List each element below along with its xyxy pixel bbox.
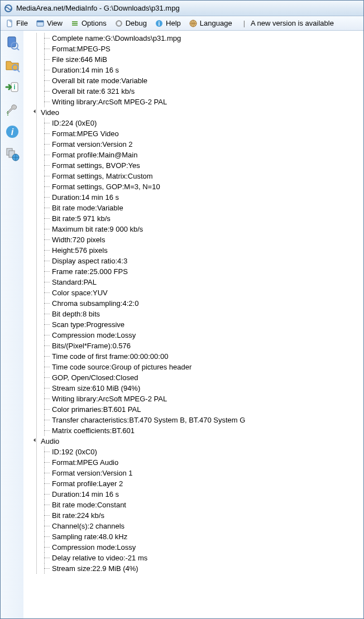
property-label: Bit rate [52,510,77,521]
tree-leaf[interactable]: StandardPAL [24,277,363,287]
svg-line-15 [17,70,20,72]
tree-leaf[interactable]: Writing libraryArcSoft MPEG-2 PAL [24,394,363,404]
menu-file[interactable]: File [3,18,32,29]
tree-leaf[interactable]: Bit rate modeConstant [24,500,363,510]
tree-leaf[interactable]: Duration14 min 16 s [24,65,363,75]
property-value: Closed [116,372,138,383]
options-icon [70,19,79,28]
export-button[interactable]: i [3,78,22,97]
tree-leaf[interactable]: Delay relative to video-21 ms [24,553,363,563]
tree-leaf[interactable]: Format versionVersion 1 [24,468,363,478]
property-value: Group of pictures header [111,362,191,372]
window-title: MediaArea.net/MediaInfo - G:\Downloads\p… [16,4,180,12]
tree-leaf[interactable]: Time code sourceGroup of pictures header [24,362,363,372]
expand-icon [33,438,37,442]
tree-leaf[interactable]: ID224 (0xE0) [24,118,363,128]
tree-leaf[interactable]: FormatMPEG Audio [24,457,363,468]
tree-leaf[interactable]: Format settings, BVOPYes [24,160,363,171]
menu-help[interactable]: i Help [152,18,185,29]
open-folder-button[interactable] [3,55,22,74]
tree-leaf[interactable]: Time code of first frame00:00:00:00 [24,351,363,362]
tree-leaf[interactable]: GOP, Open/ClosedClosed [24,372,363,383]
tree-leaf[interactable]: Channel(s)2 channels [24,521,363,531]
property-value: MPEG-PS [77,44,111,54]
svg-rect-6 [72,25,78,26]
tree-leaf[interactable]: Matrix coefficientsBT.601 [24,425,363,436]
tree-leaf[interactable]: Format versionVersion 2 [24,139,363,150]
property-label: Format settings, GOP [52,181,124,192]
property-label: Stream size [52,383,92,394]
tree-leaf[interactable]: Display aspect ratio4:3 [24,256,363,266]
tree-leaf[interactable]: Compression modeLossy [24,330,363,340]
property-value: Constant [97,500,126,510]
tree-leaf[interactable]: File size646 MiB [24,54,363,65]
tree-leaf[interactable]: Scan typeProgressive [24,319,363,330]
tree-leaf[interactable]: Bit rate5 971 kb/s [24,213,363,224]
property-label: Bit rate [52,213,77,224]
tree-leaf[interactable]: Format settings, GOPM=3, N=10 [24,181,363,192]
menu-debug[interactable]: Debug [112,18,151,29]
property-value: BT.601 PAL [103,404,141,415]
tree-leaf[interactable]: Stream size610 MiB (94%) [24,383,363,394]
tree-leaf[interactable]: Writing libraryArcSoft MPEG-2 PAL [24,97,363,107]
tree-section-audio[interactable]: Audio [24,436,363,447]
tree-leaf[interactable]: Color spaceYUV [24,287,363,298]
tree-leaf[interactable]: Color primariesBT.601 PAL [24,404,363,415]
property-label: Matrix coefficients [52,425,112,436]
version-notice[interactable]: A new version is available [248,19,336,27]
property-value: Yes [128,160,140,171]
tree-leaf[interactable]: Overall bit rate modeVariable [24,75,363,86]
tree-leaf[interactable]: Duration14 min 16 s [24,192,363,203]
property-value: Progressive [86,319,124,330]
property-value: M=3, N=10 [124,181,160,192]
tree-leaf[interactable]: Transfer characteristicsBT.470 System B,… [24,415,363,425]
tree-leaf[interactable]: Maximum bit rate9 000 kb/s [24,224,363,234]
menu-options[interactable]: Options [68,18,111,29]
tree-leaf[interactable]: ID192 (0xC0) [24,447,363,457]
menu-label: Language [200,19,232,27]
tree-leaf[interactable]: Frame rate25.000 FPS [24,266,363,277]
menu-view[interactable]: View [33,18,67,29]
property-value: 224 (0xE0) [61,118,97,128]
svg-point-20 [7,114,8,116]
menu-separator: | [238,19,248,27]
property-label: Format profile [52,478,99,489]
tree-leaf[interactable]: FormatMPEG Video [24,128,363,139]
left-toolbar: i i [1,31,24,618]
tree-leaf[interactable]: Bit depth8 bits [24,309,363,319]
settings-button[interactable] [3,100,22,119]
titlebar[interactable]: MediaArea.net/MediaInfo - G:\Downloads\p… [1,1,363,16]
tree-view[interactable]: Complete nameG:\Downloads\p31.mpgFormatM… [24,31,363,618]
tree-leaf[interactable]: Format profileMain@Main [24,150,363,160]
property-value: 25.000 FPS [89,266,128,277]
about-button[interactable]: i [3,122,22,141]
tree-leaf[interactable]: FormatMPEG-PS [24,44,363,54]
property-label: Format profile [52,150,99,160]
open-file-button[interactable] [3,33,22,52]
tree-leaf[interactable]: Sampling rate48.0 kHz [24,531,363,542]
menu-language[interactable]: Language [186,18,237,29]
tree-leaf[interactable]: Duration14 min 16 s [24,489,363,500]
property-value: -21 ms [126,553,148,563]
svg-rect-3 [37,21,44,22]
tree-leaf[interactable]: Bit rate modeVariable [24,203,363,213]
property-value: ArcSoft MPEG-2 PAL [98,97,167,107]
tree-leaf[interactable]: Compression modeLossy [24,542,363,553]
property-label: Overall bit rate mode [52,75,121,86]
tree-section-video[interactable]: Video [24,107,363,118]
property-label: Standard [52,277,83,287]
tree-leaf[interactable]: Format profileLayer 2 [24,478,363,489]
tree-leaf[interactable]: Height576 pixels [24,245,363,256]
web-button[interactable] [3,145,22,164]
menu-label: View [47,19,63,27]
tree-leaf[interactable]: Width720 pixels [24,234,363,245]
tree-leaf[interactable]: Bits/(Pixel*Frame)0.576 [24,340,363,351]
tree-leaf[interactable]: Complete nameG:\Downloads\p31.mpg [24,33,363,44]
tree-leaf[interactable]: Overall bit rate6 321 kb/s [24,86,363,97]
tree-leaf[interactable]: Chroma subsampling4:2:0 [24,298,363,309]
tree-leaf[interactable]: Bit rate224 kb/s [24,510,363,521]
property-value: MPEG Audio [77,457,118,468]
tree-leaf[interactable]: Stream size22.9 MiB (4%) [24,563,363,574]
property-label: Frame rate [52,266,89,277]
tree-leaf[interactable]: Format settings, MatrixCustom [24,171,363,181]
